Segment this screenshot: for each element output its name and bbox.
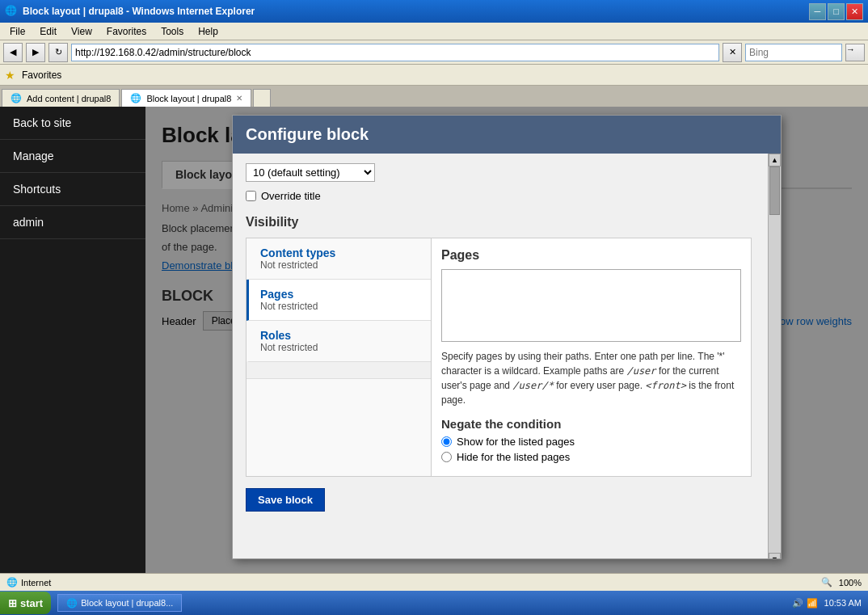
minimize-button[interactable]: ─	[809, 3, 826, 20]
address-bar: ◀ ▶ ↻ ✕ →	[0, 40, 868, 65]
radio-hide-pages: Hide for the listed pages	[441, 451, 741, 463]
sidebar-item-manage[interactable]: Manage	[0, 140, 145, 173]
visibility-title: Visibility	[246, 215, 752, 230]
status-bar: 🌐 Internet 🔍 100%	[0, 573, 868, 591]
menu-view[interactable]: View	[65, 24, 99, 39]
tab-new[interactable]	[253, 89, 271, 107]
configure-block-dialog: Configure block 10 (default setting) Ove…	[232, 115, 782, 559]
browser-tabs: 🌐 Add content | drupal8 🌐 Block layout |…	[0, 86, 868, 107]
override-title-label: Override title	[261, 190, 321, 202]
menu-tools[interactable]: Tools	[154, 24, 190, 39]
visibility-section: Visibility Content types Not restricted	[246, 215, 752, 477]
menu-file[interactable]: File	[3, 24, 32, 39]
vis-tab-content-types-desc: Not restricted	[260, 259, 419, 271]
zoom-value: 100%	[839, 578, 862, 588]
negate-condition-title: Negate the condition	[441, 417, 741, 431]
sidebar-item-admin[interactable]: admin	[0, 206, 145, 239]
dialog-scrollbar[interactable]: ▲ ▼	[768, 154, 781, 559]
radio-show-label: Show for the listed pages	[457, 436, 575, 448]
modal-overlay: Configure block 10 (default setting) Ove…	[145, 107, 868, 573]
visibility-tab-content: Pages Specify pages by using their paths…	[432, 238, 752, 477]
menu-edit[interactable]: Edit	[33, 24, 63, 39]
close-button[interactable]: ✕	[846, 3, 863, 20]
tab-favicon-2: 🌐	[130, 93, 141, 103]
forward-button[interactable]: ▶	[26, 43, 45, 62]
dialog-body: 10 (default setting) Override title Visi…	[233, 154, 781, 559]
menu-help[interactable]: Help	[192, 24, 225, 39]
sidebar-label-back: Back to site	[13, 116, 71, 129]
scroll-arrow-down[interactable]: ▼	[769, 553, 781, 559]
vis-tab-pages-desc: Not restricted	[260, 301, 419, 312]
window-titlebar: 🌐 Block layout | drupal8 - Windows Inter…	[0, 0, 868, 23]
status-internet: Internet	[21, 578, 51, 588]
tab-close-button[interactable]: ✕	[236, 94, 242, 103]
override-title-row: Override title	[246, 190, 752, 202]
visibility-tabs: Content types Not restricted Pages Not r…	[246, 238, 752, 477]
sidebar-label-admin: admin	[13, 216, 44, 229]
zoom-label: 🔍	[821, 577, 832, 588]
radio-show-pages: Show for the listed pages	[441, 436, 741, 448]
search-input[interactable]	[745, 44, 842, 61]
radio-show-input[interactable]	[441, 436, 452, 447]
vis-tab-roles-desc: Not restricted	[260, 342, 419, 353]
vis-tab-content-types-name: Content types	[260, 246, 419, 259]
pages-textarea[interactable]	[441, 269, 741, 342]
menu-favorites[interactable]: Favorites	[100, 24, 153, 39]
window-title: Block layout | drupal8 - Windows Interne…	[23, 6, 255, 17]
vis-tab-content-types[interactable]: Content types Not restricted	[246, 238, 431, 280]
menu-bar: File Edit View Favorites Tools Help	[0, 23, 868, 40]
back-button[interactable]: ◀	[3, 43, 23, 62]
drupal-main: Block layo Block layout Home » Administ …	[145, 107, 868, 573]
refresh-button[interactable]: ↻	[48, 43, 68, 62]
maximize-button[interactable]: □	[828, 3, 845, 20]
go-button[interactable]: →	[845, 44, 865, 61]
favorites-label[interactable]: Favorites	[22, 70, 61, 81]
status-text: 🌐	[6, 577, 18, 588]
radio-hide-input[interactable]	[441, 452, 452, 462]
default-setting-select[interactable]: 10 (default setting)	[246, 163, 375, 182]
scroll-arrow-up[interactable]: ▲	[769, 154, 781, 166]
favorites-bar: ★ Favorites	[0, 65, 868, 86]
favorites-star-icon: ★	[5, 69, 15, 82]
vis-tab-empty	[246, 362, 431, 379]
pages-hint: Specify pages by using their paths. Ente…	[441, 349, 741, 407]
radio-hide-label: Hide for the listed pages	[457, 451, 570, 463]
drupal-sidebar: Back to site Manage Shortcuts admin	[0, 107, 145, 573]
tab-block-layout[interactable]: 🌐 Block layout | drupal8 ✕	[121, 89, 251, 107]
tab-favicon-1: 🌐	[11, 93, 22, 103]
dialog-title: Configure block	[233, 116, 781, 154]
save-block-button[interactable]: Save block	[246, 488, 325, 512]
address-input[interactable]	[71, 44, 719, 61]
vis-tab-pages[interactable]: Pages Not restricted	[246, 280, 431, 321]
override-title-checkbox[interactable]	[246, 191, 256, 201]
window-controls: ─ □ ✕	[809, 3, 863, 20]
pages-content-title: Pages	[441, 248, 741, 263]
tab-add-content[interactable]: 🌐 Add content | drupal8	[2, 89, 120, 107]
tab-label-2: Block layout | drupal8	[146, 94, 231, 103]
app-icon: 🌐	[5, 5, 18, 18]
vis-tab-roles-name: Roles	[260, 329, 419, 342]
sidebar-label-manage: Manage	[13, 150, 54, 162]
sidebar-item-back-to-site[interactable]: Back to site	[0, 107, 145, 140]
scroll-thumb[interactable]	[769, 166, 780, 215]
sidebar-label-shortcuts: Shortcuts	[13, 183, 61, 196]
stop-button[interactable]: ✕	[723, 43, 742, 62]
browser-content: Back to site Manage Shortcuts admin Bloc…	[0, 107, 868, 573]
sidebar-item-shortcuts[interactable]: Shortcuts	[0, 173, 145, 206]
vis-tab-pages-name: Pages	[260, 288, 419, 301]
tab-label-1: Add content | drupal8	[27, 94, 111, 103]
vis-tab-roles[interactable]: Roles Not restricted	[246, 321, 431, 362]
visibility-tab-list: Content types Not restricted Pages Not r…	[246, 238, 432, 477]
